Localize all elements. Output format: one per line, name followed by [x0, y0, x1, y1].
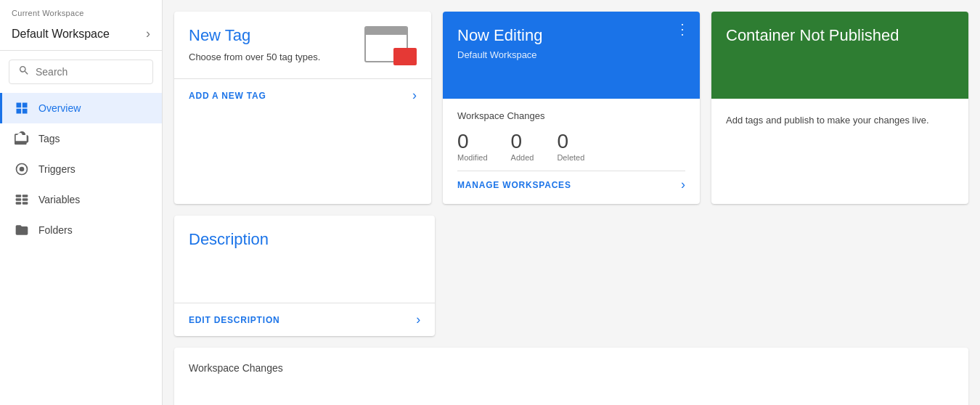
overview-icon — [14, 100, 30, 116]
sidebar-item-tags[interactable]: Tags — [0, 123, 162, 154]
stat-added: 0 Added — [511, 130, 534, 162]
sidebar: Current Workspace Default Workspace › Ov… — [0, 0, 163, 405]
new-tag-top: New Tag Choose from over 50 tag types. — [174, 12, 431, 78]
svg-rect-5 — [23, 198, 28, 200]
container-title: Container Not Published — [726, 26, 954, 45]
current-workspace-label: Current Workspace — [0, 0, 162, 20]
now-editing-workspace: Default Workspace — [457, 49, 685, 60]
nav-menu: Overview Tags Triggers — [0, 93, 162, 245]
description-top: Description — [174, 216, 435, 303]
svg-rect-6 — [16, 202, 22, 204]
sidebar-item-overview[interactable]: Overview — [0, 93, 162, 123]
workspace-name: Default Workspace — [12, 28, 110, 41]
now-editing-title: Now Editing — [457, 26, 685, 45]
sidebar-item-label-folders: Folders — [38, 224, 73, 236]
workspace-changes-bottom-title: Workspace Changes — [189, 362, 283, 374]
tag-red-icon — [393, 48, 417, 65]
description-title: Description — [189, 230, 420, 249]
stat-deleted: 0 Deleted — [557, 130, 584, 162]
svg-rect-7 — [23, 202, 28, 204]
folders-icon — [14, 222, 30, 238]
svg-point-1 — [20, 167, 25, 172]
workspace-selector[interactable]: Default Workspace › — [0, 20, 162, 51]
manage-workspaces-label: MANAGE WORKSPACES — [457, 180, 571, 190]
add-new-tag-action[interactable]: ADD A NEW TAG › — [174, 78, 431, 112]
workspace-changes-section: Workspace Changes 0 Modified 0 Added 0 D… — [443, 99, 700, 204]
stat-modified-label: Modified — [457, 153, 488, 162]
sidebar-item-triggers[interactable]: Triggers — [0, 154, 162, 184]
now-editing-header: Now Editing Default Workspace ⋮ — [443, 12, 700, 99]
search-input[interactable] — [36, 66, 144, 78]
workspace-arrow-icon: › — [146, 26, 150, 41]
now-editing-card: Now Editing Default Workspace ⋮ Workspac… — [443, 12, 700, 204]
svg-rect-2 — [16, 195, 22, 197]
main-content: New Tag Choose from over 50 tag types. A… — [163, 0, 980, 405]
top-cards-row: New Tag Choose from over 50 tag types. A… — [174, 12, 968, 204]
search-box[interactable] — [9, 60, 153, 84]
workspace-changes-title: Workspace Changes — [457, 110, 685, 121]
search-icon — [18, 65, 30, 79]
add-new-tag-arrow-icon: › — [412, 88, 417, 103]
new-tag-card: New Tag Choose from over 50 tag types. A… — [174, 12, 431, 204]
manage-workspaces-action[interactable]: MANAGE WORKSPACES › — [457, 171, 685, 192]
stat-modified: 0 Modified — [457, 130, 488, 162]
svg-rect-4 — [16, 198, 22, 200]
container-body-text: Add tags and publish to make your change… — [726, 113, 954, 128]
variables-icon — [14, 192, 30, 208]
add-new-tag-label: ADD A NEW TAG — [189, 91, 266, 101]
edit-description-label: EDIT DESCRIPTION — [189, 315, 279, 325]
sidebar-item-label-tags: Tags — [38, 133, 60, 144]
edit-description-arrow-icon: › — [416, 312, 420, 327]
triggers-icon — [14, 161, 30, 177]
container-header: Container Not Published — [711, 12, 968, 99]
stat-deleted-value: 0 — [557, 130, 568, 153]
publish-highlight: publish — [784, 115, 814, 126]
sidebar-item-folders[interactable]: Folders — [0, 215, 162, 245]
sidebar-item-label-triggers: Triggers — [38, 163, 75, 175]
description-card: Description EDIT DESCRIPTION › — [174, 216, 435, 336]
tags-icon — [14, 131, 30, 147]
new-tag-text: New Tag Choose from over 50 tag types. — [189, 26, 320, 64]
second-cards-row: Description EDIT DESCRIPTION › — [174, 216, 968, 336]
stat-added-label: Added — [511, 153, 534, 162]
spacer — [446, 216, 968, 336]
edit-description-action[interactable]: EDIT DESCRIPTION › — [174, 303, 435, 336]
sidebar-item-label-variables: Variables — [38, 194, 80, 205]
stat-modified-value: 0 — [457, 130, 469, 153]
tag-icon-container — [364, 26, 417, 67]
stat-added-value: 0 — [511, 130, 523, 153]
manage-workspaces-arrow-icon: › — [681, 177, 685, 192]
container-not-published-card: Container Not Published Add tags and pub… — [711, 12, 968, 204]
new-tag-description: Choose from over 50 tag types. — [189, 51, 320, 64]
new-tag-title: New Tag — [189, 26, 320, 45]
svg-rect-3 — [23, 195, 28, 197]
more-options-icon[interactable]: ⋮ — [675, 22, 690, 36]
changes-stats: 0 Modified 0 Added 0 Deleted — [457, 130, 685, 162]
container-body: Add tags and publish to make your change… — [711, 99, 968, 142]
sidebar-item-variables[interactable]: Variables — [0, 184, 162, 215]
sidebar-item-label-overview: Overview — [38, 102, 81, 114]
stat-deleted-label: Deleted — [557, 153, 584, 162]
workspace-changes-bottom-card: Workspace Changes — [174, 348, 968, 405]
